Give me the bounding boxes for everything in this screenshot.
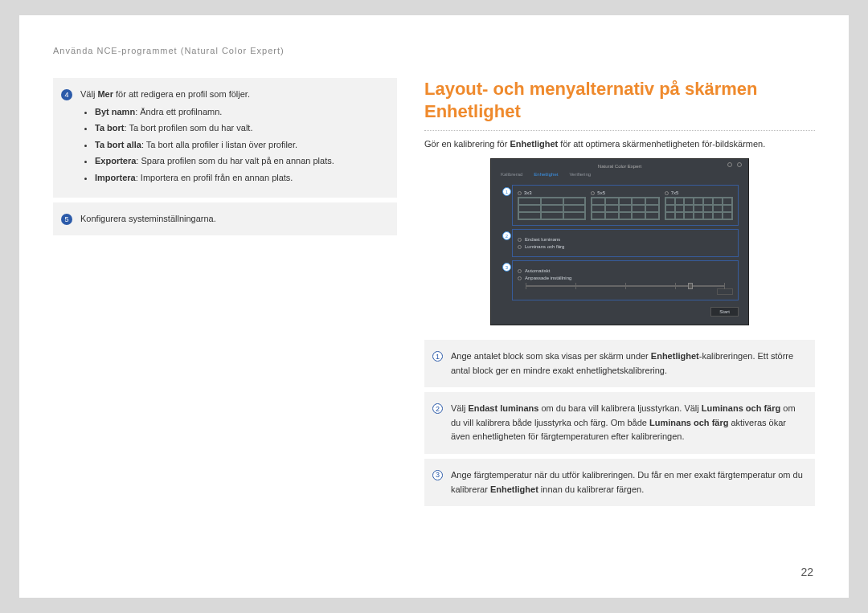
callout-notes: 1Ange antalet block som ska visas per sk… [424, 340, 815, 506]
window-controls [727, 162, 742, 167]
step-4-lead: Välj Mer för att redigera en profil som … [80, 88, 386, 102]
panel-3: Automatiskt Anpassade inställning [512, 260, 739, 300]
list-item: Exportera: Spara profilen som du har val… [95, 154, 386, 169]
list-item: Byt namn: Ändra ett profilnamn. [95, 105, 386, 120]
slider [518, 285, 733, 295]
step-4-list: Byt namn: Ändra ett profilnamn.Ta bort: … [80, 105, 386, 186]
breadcrumb: Använda NCE-programmet (Natural Color Ex… [53, 46, 815, 55]
divider [424, 130, 815, 131]
slider-knob [688, 283, 693, 289]
tab-verify: Verifiering [569, 172, 591, 177]
callout-text: Ange färgtemperatur när du utför kalibre… [451, 468, 804, 497]
step-number-4: 4 [61, 89, 72, 100]
list-item: Ta bort alla: Ta bort alla profiler i li… [95, 138, 386, 153]
step-4-body: Välj Mer för att redigera en profil som … [80, 88, 386, 188]
value-input [717, 288, 733, 295]
intro-text: Gör en kalibrering för Enhetlighet för a… [424, 139, 815, 149]
step-number-5: 5 [61, 214, 72, 225]
help-icon [737, 162, 742, 167]
step-4-box: 4 Välj Mer för att redigera en profil so… [53, 78, 397, 198]
callout-number: 1 [432, 351, 443, 362]
panel-2: Endast luminans Luminans och färg [512, 229, 739, 257]
list-item: Importera: Importera en profil från en a… [95, 171, 386, 186]
tabs: Kalibrerad Enhetlighet Verifiering [496, 172, 743, 182]
columns: 4 Välj Mer för att redigera en profil so… [53, 78, 815, 511]
document-page: Använda NCE-programmet (Natural Color Ex… [19, 15, 849, 598]
list-item: Ta bort: Ta bort profilen som du har val… [95, 121, 386, 136]
callout-number: 2 [432, 403, 443, 414]
callout-row: 3Ange färgtemperatur när du utför kalibr… [424, 459, 815, 506]
section-heading: Layout- och menyalternativ på skärmen En… [424, 78, 815, 127]
gear-icon [727, 162, 732, 167]
page-number: 22 [800, 566, 813, 578]
app-screenshot: Natural Color Expert Kalibrerad Enhetlig… [490, 158, 749, 325]
panel-1: 3x3 5x5 7x5 [512, 185, 739, 226]
callout-text: Ange antalet block som ska visas per skä… [451, 349, 804, 378]
callout-row: 1Ange antalet block som ska visas per sk… [424, 340, 815, 387]
start-button: Start [710, 307, 739, 317]
step-5-box: 5 Konfigurera systeminställningarna. [53, 202, 397, 236]
callout-row: 2Välj Endast luminans om du bara vill ka… [424, 392, 815, 454]
callout-number: 3 [432, 470, 443, 480]
app-title: Natural Color Expert [496, 164, 743, 169]
step-5-text: Konfigurera systeminställningarna. [80, 212, 386, 227]
right-column: Layout- och menyalternativ på skärmen En… [424, 78, 815, 511]
callout-text: Välj Endast luminans om du bara vill kal… [451, 402, 804, 444]
left-column: 4 Välj Mer för att redigera en profil so… [53, 78, 397, 511]
tab-uniformity: Enhetlighet [534, 172, 558, 177]
tab-calibrated: Kalibrerad [501, 172, 522, 177]
